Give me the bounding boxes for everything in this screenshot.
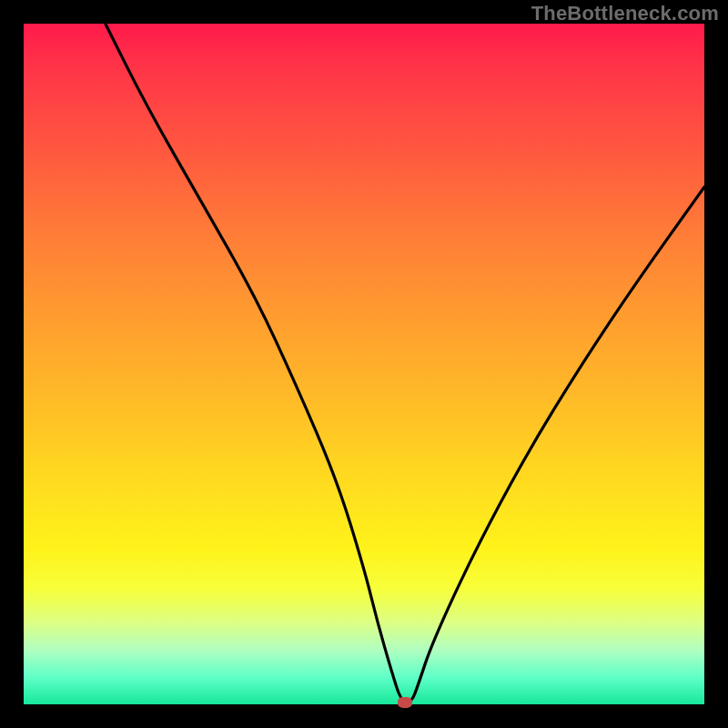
minimum-marker [398,697,412,708]
bottleneck-curve-path [106,24,704,703]
watermark-text: TheBottleneck.com [531,2,719,25]
plot-area [24,24,704,704]
chart-frame: TheBottleneck.com [0,0,728,728]
curve-svg [24,24,704,704]
